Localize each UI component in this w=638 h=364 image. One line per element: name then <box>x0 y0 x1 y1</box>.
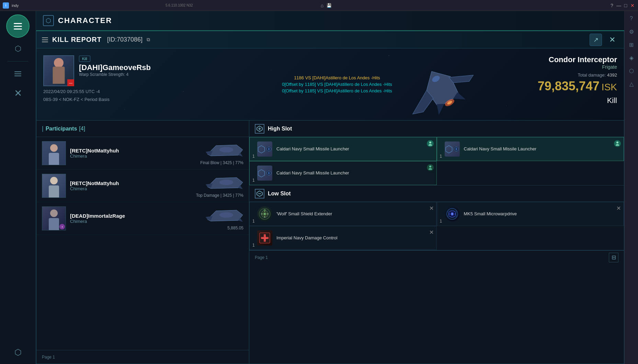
high-slot-header: High Slot <box>249 121 624 137</box>
microwarpdrive-slot-icon <box>444 206 460 222</box>
warp-scramble-text: Warp Scramble Strength: 4 <box>79 72 160 77</box>
participant-item: [RETC]NotMattyhuh Chimera <box>36 137 249 170</box>
participants-panel: | Participants [4] <box>36 121 249 364</box>
main-menu-button[interactable] <box>6 14 30 38</box>
kill-report-title: KILL REPORT <box>52 36 102 44</box>
player-portrait: — <box>43 55 74 86</box>
high-slot-name-1: Caldari Navy Small Missile Launcher <box>276 146 432 152</box>
svg-point-50 <box>264 213 266 215</box>
sidebar-item-close[interactable]: ✕ <box>6 85 30 101</box>
participants-header: | Participants [4] <box>36 121 249 137</box>
low-slot-grid: 1 <box>249 202 624 250</box>
kill-location: 08S-39 < NOK-FZ < Period Basis <box>43 97 160 102</box>
right-btn-6[interactable]: △ <box>627 79 636 89</box>
high-slot-item-1: 1 <box>249 137 437 161</box>
low-slot-name-1: 'Wolf' Small Shield Extender <box>276 211 432 217</box>
high-slot-item-2: 1 <box>437 137 624 161</box>
minimize-button[interactable]: — <box>616 3 622 8</box>
slots-page-info: Page 1 <box>255 255 606 260</box>
participant-portrait-2 <box>42 174 66 198</box>
right-btn-4[interactable]: ◈ <box>627 53 636 62</box>
microwarpdrive-icon <box>445 206 460 221</box>
nav-icon: ⬡ <box>43 15 54 26</box>
low-slot-x-3[interactable]: ✕ <box>429 229 434 236</box>
low-slot-item-1: 1 <box>249 202 437 226</box>
kill-label: Kill <box>79 56 90 62</box>
svg-point-28 <box>429 141 431 144</box>
low-slot-x-2[interactable]: ✕ <box>616 205 621 212</box>
kill-banner-left: — Kill [DAHI]GameoveRsb Warp Scramble St… <box>36 48 167 120</box>
participant-ship-img-3 <box>202 206 243 224</box>
close-button[interactable]: ✕ <box>630 3 635 8</box>
right-btn-2[interactable]: ⚙ <box>627 27 636 36</box>
low-slot-x-1[interactable]: ✕ <box>429 205 434 212</box>
isk-value: 79,835,747 <box>538 79 600 93</box>
participant-badge-3: i <box>59 224 65 229</box>
kill-report-id: [ID:7037086] <box>107 36 143 43</box>
export-icon: ↗ <box>593 36 599 44</box>
window-controls: ⌂ 💾 ? — □ ✕ <box>319 3 635 8</box>
participant-stats-3: 5,885.05 <box>227 226 243 230</box>
sidebar-item-menu[interactable] <box>6 66 30 82</box>
ship-silhouette <box>397 62 487 117</box>
kill-report-panel: KILL REPORT [ID:7037086] ⧉ ↗ ✕ <box>36 31 624 364</box>
kill-date: 2022/04/20 09:25:55 UTC -4 <box>43 89 160 94</box>
ship-type: Frigate <box>602 64 617 70</box>
participant-item-2: [RETC]NotMattyhuh Chimera <box>36 170 249 202</box>
app-title: indy <box>12 3 163 8</box>
low-slot-icon <box>255 189 264 198</box>
portrait-badge: — <box>67 79 74 86</box>
svg-point-40 <box>429 166 431 168</box>
right-btn-5[interactable]: ⬡ <box>627 66 636 76</box>
sidebar-item-character[interactable]: ⬡ <box>6 41 30 57</box>
combat-log-line-1: 1186 VS [DAHI]Astillero de Los Andes -Hi… <box>282 75 392 80</box>
combat-log-line-2: 0[Offset by 1185] VS [DAHI]Astillero de … <box>282 82 392 87</box>
copy-icon[interactable]: ⧉ <box>147 37 150 43</box>
high-slot-name-2: Caldari Navy Small Missile Launcher <box>464 146 620 152</box>
hamburger-icon <box>14 23 22 30</box>
slot-icon-3 <box>257 165 273 181</box>
kr-close-button[interactable]: ✕ <box>606 34 618 46</box>
high-slot-name-3: Caldari Navy Small Missile Launcher <box>276 170 432 176</box>
app-icon: i <box>3 2 9 9</box>
kr-menu-button[interactable] <box>42 37 48 42</box>
kill-banner: — Kill [DAHI]GameoveRsb Warp Scramble St… <box>36 48 624 121</box>
person-icon-3 <box>427 164 434 171</box>
right-btn-1[interactable]: ? <box>627 14 636 23</box>
character-icon: ⬡ <box>15 44 21 53</box>
kill-result: Kill <box>607 96 617 105</box>
save-icon[interactable]: 💾 <box>326 3 332 8</box>
export-button[interactable]: ↗ <box>590 34 602 46</box>
svg-rect-62 <box>265 235 266 241</box>
shield-extender-icon <box>257 206 272 221</box>
low-slot-qty-1: 1 <box>252 219 255 224</box>
player-name: [DAHI]GameoveRsb <box>79 63 160 72</box>
missile-launcher-icon-3 <box>257 166 272 181</box>
damage-control-icon <box>257 230 272 246</box>
home-icon[interactable]: ⌂ <box>319 3 325 8</box>
page-info: Page 1 <box>42 355 243 360</box>
slot-icon-2 <box>444 141 460 157</box>
missile-launcher-icon-2 <box>445 141 460 157</box>
participant-ship-img-2 <box>202 174 243 191</box>
kill-banner-right: Condor Interceptor Frigate Total damage:… <box>507 48 624 120</box>
participant-ship-img-1 <box>202 141 243 158</box>
slot-qty-2: 1 <box>440 154 442 159</box>
low-slot-name-2: MK5 Small Microwarpdrive <box>464 211 620 217</box>
maximize-button[interactable]: □ <box>623 3 628 8</box>
combat-log: 1186 VS [DAHI]Astillero de Los Andes -Hi… <box>282 75 392 93</box>
kill-report-body: | Participants [4] <box>36 121 624 364</box>
svg-point-34 <box>616 141 618 144</box>
right-btn-3[interactable]: ⊞ <box>627 40 636 49</box>
help-button[interactable]: ? <box>609 3 615 8</box>
filter-button[interactable]: ⊟ <box>609 253 618 262</box>
main-content: ⬡ CHARACTER KILL REPORT [ID:7037086] ⧉ ↗… <box>36 11 624 364</box>
sidebar-item-favorites[interactable]: ⬡ <box>6 344 30 361</box>
filter-icon: ⊟ <box>612 254 616 261</box>
participants-title: Participants <box>46 126 77 132</box>
combat-log-line-3: 0[Offset by 1185] VS [DAHI]Astillero de … <box>282 88 392 93</box>
participants-list: [RETC]NotMattyhuh Chimera <box>36 137 249 350</box>
low-slot-item-3: 1 <box>249 226 437 250</box>
title-bar: i indy 5.6.110.1002 N32 ⌂ 💾 ? — □ ✕ <box>0 0 638 11</box>
isk-currency: ISK <box>602 82 617 93</box>
